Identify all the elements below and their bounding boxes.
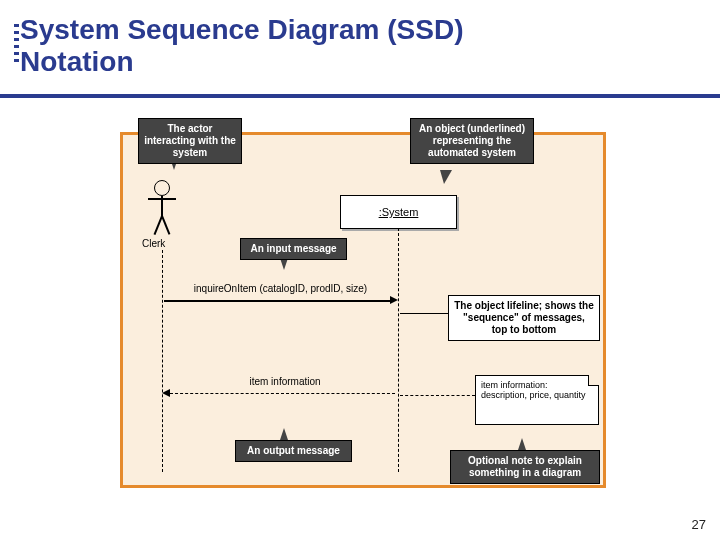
- callout-note-tail: [518, 438, 526, 450]
- message-input-arrow: [164, 300, 392, 302]
- actor-label: Clerk: [142, 238, 165, 249]
- callout-actor: The actor interacting with the system: [138, 118, 242, 164]
- message-input-label: inquireOnItem (catalogID, prodID, size): [168, 283, 393, 294]
- message-output-arrow: [170, 393, 395, 394]
- title-accent: [14, 24, 19, 74]
- arrow-head-left-icon: [162, 389, 170, 397]
- message-output-label: item information: [215, 376, 355, 387]
- title-line-1: System Sequence Diagram (SSD): [20, 14, 464, 45]
- note-anchor-line: [400, 395, 475, 396]
- callout-note: Optional note to explain something in a …: [450, 450, 600, 484]
- note-fold-icon: [588, 375, 599, 386]
- lifeline-actor: [162, 250, 163, 472]
- note-text: item information: description, price, qu…: [481, 380, 586, 400]
- callout-input-message: An input message: [240, 238, 347, 260]
- actor-stick-figure: Clerk: [146, 180, 178, 248]
- lifeline-system: [398, 228, 399, 472]
- title-line-2: Notation: [20, 46, 134, 77]
- callout-output-tail: [280, 428, 288, 440]
- arrow-head-right-icon: [390, 296, 398, 304]
- page-number: 27: [692, 517, 706, 532]
- callout-object: An object (underlined) representing the …: [410, 118, 534, 164]
- callout-output-message: An output message: [235, 440, 352, 462]
- callout-lifeline: The object lifeline; shows the "sequence…: [448, 295, 600, 341]
- callout-lifeline-connector: [400, 313, 448, 314]
- uml-note: item information: description, price, qu…: [475, 375, 599, 425]
- slide-title: System Sequence Diagram (SSD) Notation: [20, 14, 464, 78]
- title-divider: [0, 94, 720, 98]
- callout-object-tail: [440, 170, 452, 184]
- ssd-diagram: The actor interacting with the system An…: [120, 120, 600, 500]
- system-object-box: :System: [340, 195, 457, 229]
